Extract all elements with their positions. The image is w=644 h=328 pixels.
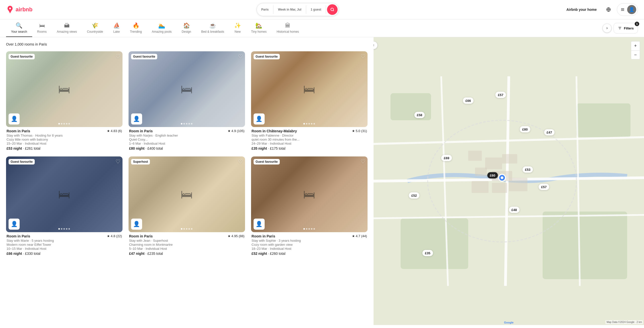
card-description: quiet room 30 minutes from the...	[252, 138, 367, 141]
card-description: Quiet Cosy...	[129, 138, 245, 141]
card-title-row: Room in Paris ★ 4.7 (44)	[252, 234, 367, 238]
category-item-trending[interactable]: 🔥Trending	[125, 19, 147, 37]
card-subtitle: Stay with Marie · 5 years hosting	[7, 239, 122, 242]
dot-indicator	[181, 228, 182, 230]
filters-button[interactable]: Filters 1	[614, 23, 638, 33]
svg-rect-8	[468, 151, 482, 161]
price-pin-p47[interactable]: £47	[544, 129, 555, 135]
map-zoom-in-button[interactable]: +	[631, 41, 640, 50]
price-pin-p52[interactable]: £52	[409, 192, 419, 199]
category-item-rooms[interactable]: 🛏Rooms	[32, 19, 52, 37]
price-pin-p53[interactable]: £53	[522, 167, 533, 173]
card-subtitle: Stay with Jean · Superhost	[129, 239, 245, 242]
wishlist-button[interactable]: ♡	[360, 158, 366, 165]
listing-card[interactable]: 🛏 Guest favourite ♡ 👤 Room in Paris ★ 4.…	[251, 156, 368, 256]
dot-indicator	[183, 228, 185, 230]
card-title: Room in Paris	[7, 129, 30, 133]
guests-segment[interactable]: 1 guest	[306, 5, 326, 14]
card-title-row: Room in Paris ★ 4.8 (22)	[7, 234, 122, 238]
card-info: Room in Châtenay-Malabry ★ 5.0 (31) Stay…	[251, 129, 368, 150]
category-item-lake[interactable]: ⛵Lake	[108, 19, 125, 37]
category-item-tiny-homes[interactable]: 🏡Tiny homes	[246, 19, 272, 37]
map-zoom-out-button[interactable]: −	[631, 50, 640, 59]
card-image: 🛏	[129, 156, 245, 232]
search-button[interactable]	[327, 4, 338, 15]
card-dates: 1–6 Mar · Individual Host	[129, 142, 245, 145]
location-segment[interactable]: Paris	[257, 5, 273, 14]
wishlist-button[interactable]: ♡	[115, 53, 120, 60]
dot-indicator	[191, 228, 192, 230]
price-pin-p69[interactable]: £69	[441, 155, 452, 161]
nav-arrow-button[interactable]	[602, 24, 612, 33]
price-pin-p80[interactable]: £80	[520, 126, 530, 133]
user-menu[interactable]: 👤	[617, 3, 638, 16]
listing-card[interactable]: 🛏 Guest favourite ♡ 👤 Room in Châtenay-M…	[251, 51, 368, 150]
svg-rect-14	[492, 183, 507, 193]
card-title: Room in Paris	[129, 129, 153, 133]
card-price: £47 night · £235 total	[129, 252, 245, 256]
dot-indicator	[306, 228, 307, 230]
card-image-wrap: 🛏 Guest favourite ♡ 👤	[129, 51, 245, 127]
card-subtitle: Stay with Sophie · 3 years hosting	[252, 239, 367, 242]
airbnb-your-home-button[interactable]: Airbnb your home	[563, 5, 600, 14]
category-item-historical-homes[interactable]: 🏛Historical homes	[272, 19, 304, 37]
category-label: Countryside	[87, 30, 103, 33]
listing-card[interactable]: 🛏 Guest favourite ♡ 👤 Room in Paris ★ 4.…	[129, 51, 245, 150]
dots-indicator	[58, 123, 70, 125]
listing-card[interactable]: 🛏 Guest favourite ♡ 👤 Room in Paris ★ 4.…	[6, 156, 123, 256]
category-item-new[interactable]: ✨New	[229, 19, 246, 37]
category-icon: 🔥	[133, 23, 139, 28]
wishlist-button[interactable]: ♡	[360, 53, 366, 60]
star-icon: ★	[352, 234, 355, 238]
language-button[interactable]	[604, 5, 613, 14]
category-item-your-search[interactable]: 🔍Your search	[6, 19, 32, 37]
search-bar[interactable]: Paris Week in Mar, Jul 1 guest	[257, 3, 339, 16]
map-svg	[374, 37, 644, 325]
listing-card[interactable]: 🛏 Guest favourite ♡ 👤 Room in Paris ★ 4.…	[6, 51, 123, 150]
listing-card[interactable]: 🛏 Superhost ♡ 👤 Room in Paris ★ 4.95 (88…	[129, 156, 245, 256]
airbnb-logo[interactable]: airbnb	[6, 6, 32, 14]
main-layout: Over 1,000 rooms in Paris 🛏 Guest favour…	[0, 37, 644, 325]
guest-badge: Superhost	[131, 159, 150, 165]
price-pin-p57a[interactable]: £57	[495, 92, 506, 98]
dot-indicator	[191, 123, 192, 125]
wishlist-button[interactable]: ♡	[115, 158, 120, 165]
card-title: Room in Châtenay-Malabry	[252, 129, 297, 133]
card-rating: ★ 4.8 (22)	[107, 234, 122, 238]
price-pin-p66[interactable]: £66	[463, 97, 473, 104]
wishlist-button[interactable]: ♡	[238, 158, 243, 165]
star-icon: ★	[228, 129, 231, 133]
price-pin-p57b[interactable]: £57	[539, 184, 549, 190]
card-price: £35 night · £175 total	[252, 146, 367, 150]
host-avatar: 👤	[9, 113, 20, 125]
category-label: Lake	[113, 30, 120, 33]
price-pin-p48[interactable]: £48	[509, 207, 519, 213]
category-icon: 🏊	[158, 23, 165, 28]
category-label: Historical homes	[277, 30, 299, 33]
card-image: 🛏	[6, 156, 123, 232]
card-description: Modern room near Eiffel Tower	[7, 243, 122, 247]
category-item-bed-breakfasts[interactable]: ☕Bed & breakfasts	[196, 19, 229, 37]
category-icon: 🏠	[183, 23, 190, 28]
host-avatar: 👤	[9, 219, 20, 230]
svg-rect-3	[390, 93, 431, 120]
card-description: Cozy room with garden view	[252, 243, 367, 247]
dot-indicator	[313, 228, 315, 230]
category-item-countryside[interactable]: 🌾Countryside	[82, 19, 108, 37]
price-pin-p35[interactable]: £35	[422, 250, 433, 256]
category-item-amazing-pools[interactable]: 🏊Amazing pools	[147, 19, 177, 37]
dates-segment[interactable]: Week in Mar, Jul	[273, 5, 306, 14]
category-icon: ⛵	[113, 23, 120, 28]
category-item-design[interactable]: 🏠Design	[177, 19, 196, 37]
price-pin-p58[interactable]: £58	[414, 112, 425, 118]
card-info: Room in Paris ★ 4.83 (6) Stay with Thoma…	[6, 129, 123, 150]
price-pin-p60[interactable]: £60	[487, 172, 498, 179]
category-label: Your search	[11, 30, 27, 33]
card-price: £53 night · £261 total	[7, 146, 122, 150]
wishlist-button[interactable]: ♡	[238, 53, 243, 60]
guest-badge: Guest favourite	[254, 159, 280, 165]
star-icon: ★	[352, 129, 355, 133]
category-item-amazing-views[interactable]: 🏔Amazing views	[52, 19, 82, 37]
host-avatar: 👤	[254, 113, 265, 125]
svg-point-0	[331, 8, 334, 11]
